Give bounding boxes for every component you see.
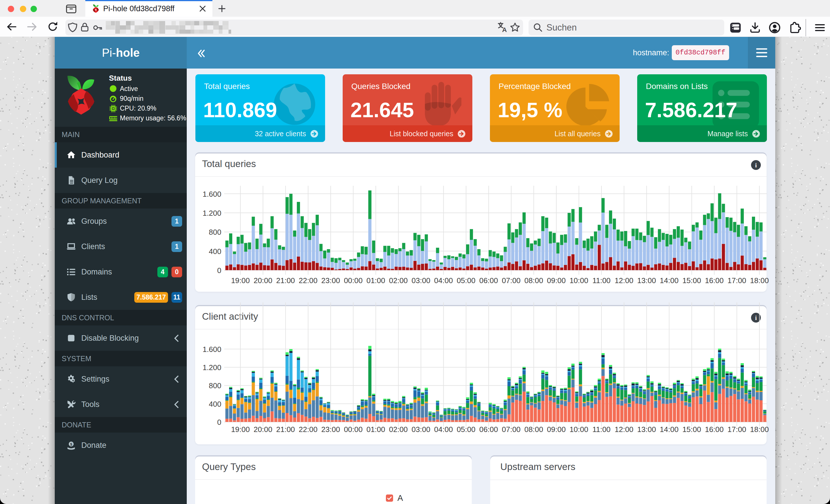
svg-text:$: $	[70, 442, 72, 446]
svg-text:i: i	[755, 314, 757, 322]
svg-text:A: A	[502, 26, 507, 33]
svg-text:i: i	[755, 162, 757, 169]
